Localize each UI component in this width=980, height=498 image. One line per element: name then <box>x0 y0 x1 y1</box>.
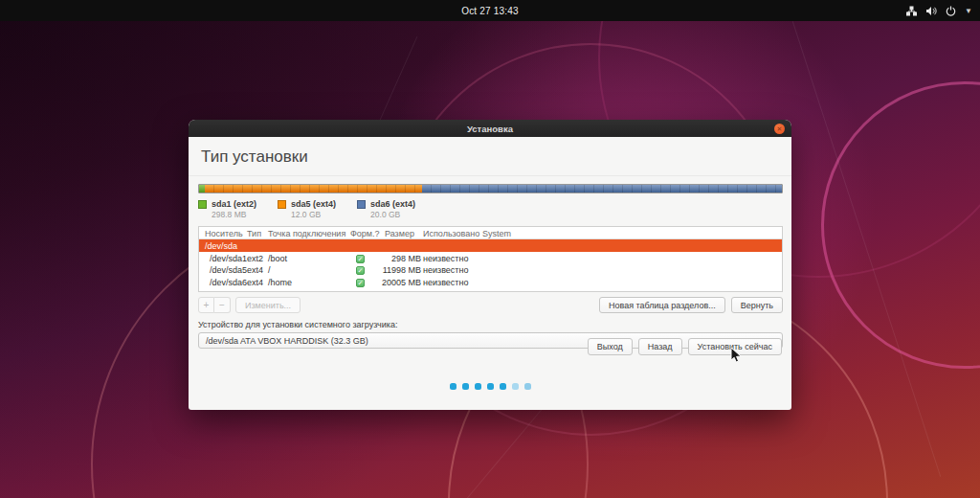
table-row[interactable]: /dev/sda1 ext2 /boot ✓ 298 MB неизвестно <box>199 252 782 264</box>
caret-down-icon: ▼ <box>965 7 972 15</box>
installer-window: Установка ✕ Тип установки sda1 (ext2)298… <box>189 120 791 410</box>
table-row-disk-selected[interactable]: /dev/sda <box>199 239 782 252</box>
gnome-top-bar: Oct 27 13:43 ▼ <box>0 0 980 21</box>
progress-dot <box>524 383 531 390</box>
legend-partition-size: 298.8 MB <box>212 210 256 220</box>
col-system: System <box>482 229 511 238</box>
close-button[interactable]: ✕ <box>774 124 785 134</box>
legend-color-swatch <box>198 200 207 209</box>
volume-icon <box>925 6 937 16</box>
legend-partition-size: 20.0 GB <box>370 210 415 220</box>
power-icon <box>946 6 956 16</box>
partition-segment <box>422 185 782 192</box>
legend-partition-size: 12.0 GB <box>291 210 336 220</box>
page-title: Тип установки <box>189 137 791 176</box>
format-checkbox[interactable]: ✓ <box>356 266 365 275</box>
progress-dot <box>475 383 481 390</box>
partition-table: Носитель Тип Точка подключения Форм.? Ра… <box>198 226 783 292</box>
progress-dot <box>450 383 457 390</box>
legend-partition-name: sda6 (ext4) <box>370 199 415 210</box>
format-checkbox[interactable]: ✓ <box>356 255 365 263</box>
legend-item: sda6 (ext4)20.0 GB <box>357 199 415 220</box>
quit-button[interactable]: Выход <box>588 338 633 355</box>
remove-partition-button[interactable]: − <box>214 297 231 313</box>
col-format: Форм.? <box>350 229 380 238</box>
progress-dot <box>512 383 519 390</box>
add-partition-button[interactable]: + <box>198 297 214 313</box>
revert-button[interactable]: Вернуть <box>731 297 783 313</box>
window-titlebar[interactable]: Установка ✕ <box>189 120 791 137</box>
partition-segment <box>205 185 422 192</box>
partition-legend: sda1 (ext2)298.8 MBsda5 (ext4)12.0 GBsda… <box>198 199 782 220</box>
window-title: Установка <box>467 124 513 134</box>
mouse-cursor <box>730 347 743 368</box>
new-partition-table-button[interactable]: Новая таблица разделов... <box>599 297 725 313</box>
back-button[interactable]: Назад <box>638 338 682 355</box>
progress-dot <box>500 383 506 390</box>
bootloader-device-value: /dev/sda ATA VBOX HARDDISK (32.3 GB) <box>206 336 368 346</box>
legend-item: sda1 (ext2)298.8 MB <box>198 199 256 220</box>
legend-color-swatch <box>357 200 366 209</box>
table-row[interactable]: /dev/sda5 ext4 / ✓ 11998 MB неизвестно <box>199 264 782 277</box>
col-device: Носитель <box>205 229 243 238</box>
legend-item: sda5 (ext4)12.0 GB <box>278 199 336 220</box>
network-icon <box>906 6 917 16</box>
col-mount: Точка подключения <box>268 229 345 238</box>
wizard-actions: Выход Назад Установить сейчас <box>588 338 782 355</box>
clock[interactable]: Oct 27 13:43 <box>0 6 980 16</box>
bootloader-label: Устройство для установки системного загр… <box>198 320 782 329</box>
legend-partition-name: sda1 (ext2) <box>212 199 256 210</box>
table-header: Носитель Тип Точка подключения Форм.? Ра… <box>199 227 782 239</box>
col-size: Размер <box>385 229 414 238</box>
format-checkbox[interactable]: ✓ <box>356 279 365 287</box>
change-partition-button[interactable]: Изменить... <box>235 297 301 313</box>
wizard-progress-dots <box>189 383 791 390</box>
installer-content: sda1 (ext2)298.8 MBsda5 (ext4)12.0 GBsda… <box>189 184 791 349</box>
table-row[interactable]: /dev/sda6 ext4 /home ✓ 20005 MB неизвест… <box>199 277 782 289</box>
col-used: Использовано <box>423 229 479 238</box>
progress-dot <box>487 383 494 390</box>
partition-toolbar: + − Изменить... Новая таблица разделов..… <box>198 297 783 314</box>
col-type: Тип <box>247 229 261 238</box>
progress-dot <box>462 383 469 390</box>
legend-partition-name: sda5 (ext4) <box>291 199 336 210</box>
system-tray[interactable]: ▼ <box>906 0 972 21</box>
partition-bar <box>198 184 783 193</box>
legend-color-swatch <box>278 200 286 209</box>
